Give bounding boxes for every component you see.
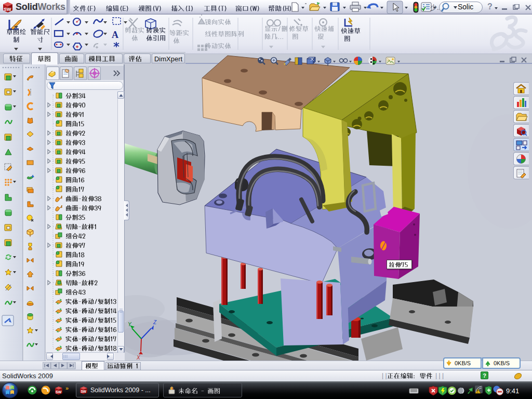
svg-text:»: » xyxy=(65,385,69,391)
svg-text:SW: SW xyxy=(4,7,11,12)
svg-text:X: X xyxy=(136,355,140,361)
svg-text:!: ! xyxy=(477,390,478,393)
svg-text:SW: SW xyxy=(56,390,62,394)
svg-text:A: A xyxy=(112,30,118,40)
svg-text:SW: SW xyxy=(81,390,87,393)
svg-text:Z: Z xyxy=(153,320,157,325)
